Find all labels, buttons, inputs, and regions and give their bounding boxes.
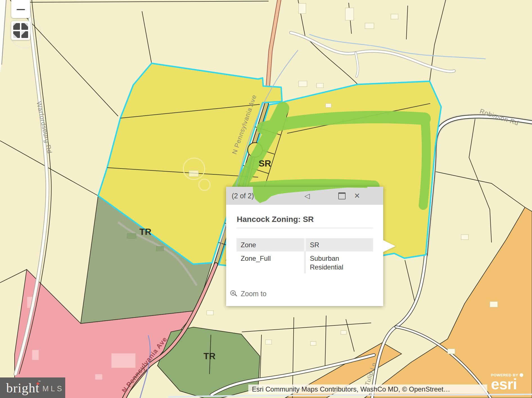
esri-logo: POWERED BY esri [491, 373, 523, 390]
popup-title: Hancock Zoning: SR [237, 215, 373, 224]
zone-label-tr-left: TR [139, 227, 152, 237]
trademark-symbol: ™ [38, 380, 41, 383]
zone-label-tr-bottom: TR [204, 351, 216, 361]
minus-icon [17, 9, 25, 10]
attribute-table: Zone SR Zone_Full Suburban Residential [236, 238, 373, 273]
zoom-to-label: Zoom to [241, 290, 267, 298]
field-name-cell: Zone_Full [236, 251, 304, 273]
popup-prev-button[interactable]: ◁ [301, 187, 313, 205]
zone-label-sr: SR [259, 158, 271, 168]
popup-pagination: (2 of 2) [232, 192, 254, 200]
maximize-icon [338, 192, 346, 199]
popup-close-button[interactable]: ✕ [351, 187, 363, 205]
popup-header: (2 of 2) ◁ ✕ [226, 187, 383, 205]
cell-divider [304, 251, 306, 273]
basemap-gallery-button[interactable] [11, 21, 30, 40]
field-value-cell: Suburban Residential [306, 251, 373, 273]
zoom-to-action[interactable]: Zoom to [230, 290, 267, 298]
field-name-cell: Zone [236, 238, 304, 251]
esri-wordmark: esri [491, 378, 523, 390]
title-divider [237, 228, 373, 228]
esri-globe-icon [520, 373, 523, 377]
magnifier-plus-icon [230, 290, 238, 298]
cell-divider [304, 238, 306, 251]
basemap-thumb-icon [13, 23, 20, 30]
table-row: Zone SR [236, 238, 373, 251]
basemap-thumb-icon [21, 31, 28, 38]
map-viewer-screen: SR TR TR Warfordsburg Rd N Pennsylvania … [0, 0, 532, 398]
table-row: Zone_Full Suburban Residential [236, 251, 373, 273]
brand-word: bright [6, 380, 39, 395]
brand-suffix: MLS [42, 384, 64, 393]
popup-maximize-button[interactable] [336, 187, 348, 205]
brightmls-logo: bright ✦ ™ MLS [0, 377, 65, 398]
basemap-thumb-icon [13, 31, 20, 38]
feature-popup: (2 of 2) ◁ ✕ Hancock Zoning: SR Zone SR … [226, 187, 383, 306]
field-value-cell: SR [306, 238, 373, 251]
zoom-out-button[interactable] [11, 0, 30, 18]
basemap-thumb-icon [21, 23, 28, 30]
map-attribution: Esri Community Maps Contributors, WashCo… [248, 384, 487, 394]
popup-pointer-arrow [383, 240, 396, 252]
